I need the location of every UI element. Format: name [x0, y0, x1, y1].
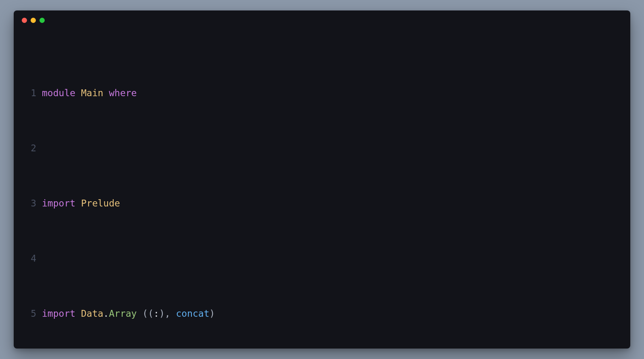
zoom-icon[interactable]	[39, 18, 45, 23]
minimize-icon[interactable]	[31, 18, 36, 23]
module-ref: Data	[81, 307, 103, 320]
keyword-module: module	[42, 86, 75, 100]
line-number: 1	[26, 86, 36, 100]
code-line: 3import Prelude	[26, 196, 618, 210]
traffic-lights	[14, 10, 630, 25]
comma: ,	[165, 307, 170, 320]
keyword-import: import	[42, 196, 75, 210]
keyword-where: where	[109, 86, 137, 100]
identifier: concat	[176, 307, 209, 320]
line-number: 5	[26, 307, 36, 320]
module-ref: Array	[109, 307, 137, 320]
paren: )	[210, 307, 215, 320]
paren: (	[148, 307, 154, 320]
code-line: 1module Main where	[26, 86, 618, 100]
operator: :	[154, 307, 159, 320]
paren: )	[159, 307, 165, 320]
code-window: 1module Main where 2 3import Prelude 4 5…	[14, 10, 630, 349]
code-line: 4	[26, 252, 618, 265]
code-line: 5import Data.Array ((:), concat)	[26, 307, 618, 320]
module-name: Main	[81, 86, 103, 100]
close-icon[interactable]	[22, 18, 27, 23]
line-number: 4	[26, 252, 36, 265]
line-number: 3	[26, 196, 36, 210]
paren: (	[137, 307, 148, 320]
code-editor[interactable]: 1module Main where 2 3import Prelude 4 5…	[14, 25, 630, 349]
line-number: 2	[26, 141, 36, 155]
dot: .	[103, 307, 109, 320]
keyword-import: import	[42, 307, 75, 320]
module-ref: Prelude	[81, 196, 120, 210]
code-line: 2	[26, 141, 618, 155]
